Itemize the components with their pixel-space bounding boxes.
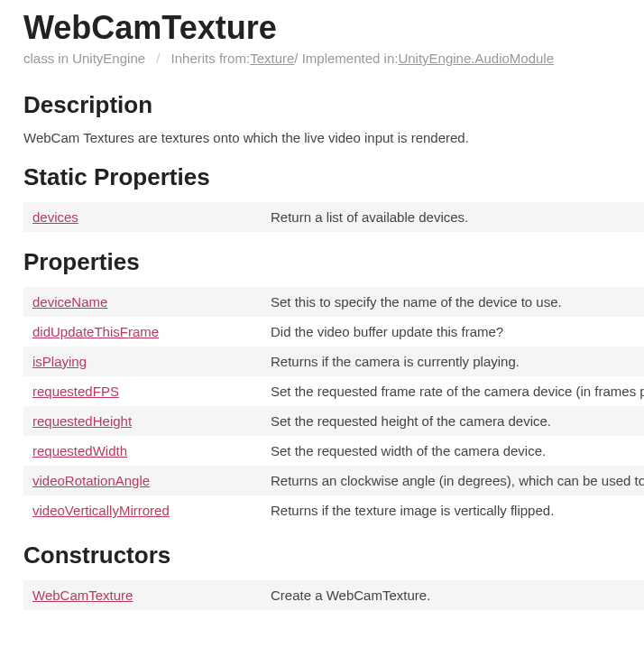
row-desc-cell: Return a list of available devices. <box>271 209 468 225</box>
row-desc-cell: Set the requested height of the camera d… <box>271 413 551 429</box>
properties-heading: Properties <box>23 248 644 276</box>
breadcrumb: class in UnityEngine / Inherits from:Tex… <box>23 51 644 66</box>
row-name-cell: WebCamTexture <box>32 588 271 603</box>
table-row: isPlayingReturns if the camera is curren… <box>23 347 644 376</box>
table-row: devicesReturn a list of available device… <box>23 202 644 232</box>
row-name-cell: devices <box>32 209 271 225</box>
breadcrumb-class-in: class in UnityEngine <box>23 51 145 66</box>
row-name-cell: requestedWidth <box>32 443 271 458</box>
description-text: WebCam Textures are textures onto which … <box>23 130 644 145</box>
breadcrumb-sep: / <box>294 51 298 66</box>
table-row: requestedHeightSet the requested height … <box>23 406 644 436</box>
static-properties-table: devicesReturn a list of available device… <box>23 202 644 232</box>
table-row: requestedWidthSet the requested width of… <box>23 436 644 466</box>
property-link[interactable]: requestedFPS <box>32 384 119 399</box>
property-link[interactable]: requestedWidth <box>32 443 127 458</box>
table-row: videoRotationAngleReturns an clockwise a… <box>23 466 644 495</box>
constructors-heading: Constructors <box>23 541 644 569</box>
property-link[interactable]: deviceName <box>32 294 107 310</box>
property-link[interactable]: videoRotationAngle <box>32 473 150 488</box>
row-name-cell: deviceName <box>32 294 271 310</box>
row-desc-cell: Set this to specify the name of the devi… <box>271 294 562 310</box>
row-desc-cell: Set the requested frame rate of the came… <box>271 384 644 399</box>
row-desc-cell: Create a WebCamTexture. <box>271 588 430 603</box>
row-name-cell: videoRotationAngle <box>32 473 271 488</box>
table-row: requestedFPSSet the requested frame rate… <box>23 376 644 406</box>
property-link[interactable]: WebCamTexture <box>32 588 133 603</box>
property-link[interactable]: devices <box>32 209 78 225</box>
description-heading: Description <box>23 91 644 119</box>
row-desc-cell: Returns if the camera is currently playi… <box>271 354 520 369</box>
breadcrumb-inherits-link[interactable]: Texture <box>250 51 294 66</box>
row-desc-cell: Returns an clockwise angle (in degrees),… <box>271 473 644 488</box>
constructors-table: WebCamTextureCreate a WebCamTexture. <box>23 580 644 610</box>
breadcrumb-implemented-link[interactable]: UnityEngine.AudioModule <box>398 51 554 66</box>
row-name-cell: didUpdateThisFrame <box>32 324 271 339</box>
property-link[interactable]: didUpdateThisFrame <box>32 324 159 339</box>
page-title: WebCamTexture <box>23 9 644 47</box>
row-name-cell: isPlaying <box>32 354 271 369</box>
row-desc-cell: Returns if the texture image is vertical… <box>271 503 554 518</box>
row-desc-cell: Did the video buffer update this frame? <box>271 324 503 339</box>
static-properties-heading: Static Properties <box>23 163 644 191</box>
table-row: videoVerticallyMirroredReturns if the te… <box>23 495 644 525</box>
property-link[interactable]: isPlaying <box>32 354 87 369</box>
breadcrumb-inherits-label: Inherits from: <box>171 51 251 66</box>
row-name-cell: requestedFPS <box>32 384 271 399</box>
table-row: deviceNameSet this to specify the name o… <box>23 287 644 317</box>
row-name-cell: requestedHeight <box>32 413 271 429</box>
table-row: didUpdateThisFrameDid the video buffer u… <box>23 317 644 347</box>
properties-table: deviceNameSet this to specify the name o… <box>23 287 644 525</box>
row-desc-cell: Set the requested width of the camera de… <box>271 443 546 458</box>
table-row: WebCamTextureCreate a WebCamTexture. <box>23 580 644 610</box>
property-link[interactable]: videoVerticallyMirrored <box>32 503 170 518</box>
property-link[interactable]: requestedHeight <box>32 413 132 429</box>
row-name-cell: videoVerticallyMirrored <box>32 503 271 518</box>
breadcrumb-sep: / <box>156 51 160 66</box>
breadcrumb-implemented-label: Implemented in: <box>302 51 399 66</box>
